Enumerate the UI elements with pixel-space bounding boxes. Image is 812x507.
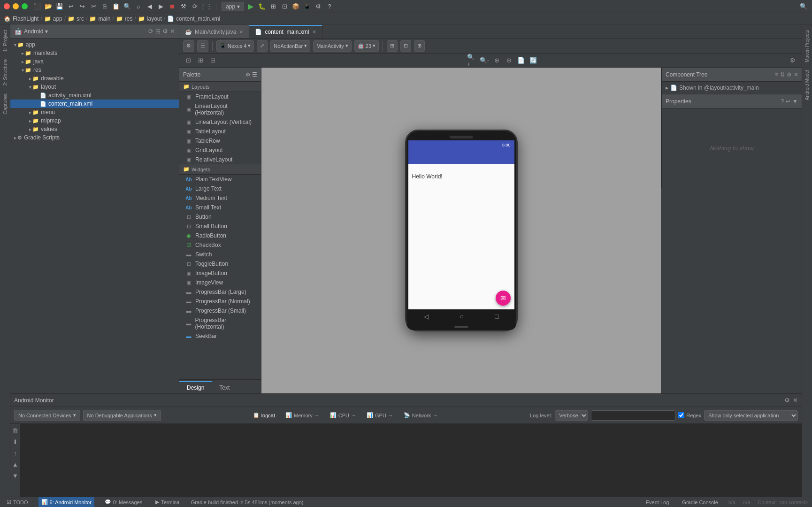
paste-icon[interactable]: 📋 <box>111 2 121 11</box>
nav-home-icon[interactable]: ○ <box>460 313 464 320</box>
find2-icon[interactable]: ⌕ <box>134 2 143 11</box>
regex-checkbox[interactable] <box>678 412 684 418</box>
filter-icon[interactable]: ▼ <box>792 98 798 105</box>
tree-item-app[interactable]: ▾ 📁 app <box>10 40 179 49</box>
palette-item-seekbar[interactable]: ▬ SeekBar <box>179 331 261 341</box>
palette-item-imageview[interactable]: ▣ ImageView <box>179 278 261 287</box>
move-down-icon[interactable]: ▼ <box>11 471 20 480</box>
nav-back-icon[interactable]: ◁ <box>424 313 429 320</box>
sidebar-item-project[interactable]: 1: Project <box>1 26 9 55</box>
palette-item-relativelayout[interactable]: ▣ RelativeLayout <box>179 155 261 164</box>
zoom-fit-button[interactable]: ⊡ <box>183 55 193 66</box>
palette-item-button[interactable]: ⊡ Button <box>179 212 261 222</box>
find-icon[interactable]: 🔍 <box>123 2 132 11</box>
palette-list-button[interactable]: ☰ <box>197 40 208 52</box>
palette-item-checkbox[interactable]: ☑ CheckBox <box>179 240 261 250</box>
tab-close-button[interactable]: ✕ <box>239 29 243 35</box>
monitor-tab-logcat[interactable]: 📋 logcat <box>249 410 279 421</box>
redo-icon[interactable]: ↪ <box>77 2 87 11</box>
tree-item-values[interactable]: ▸ 📁 values <box>10 125 179 133</box>
sdk-manager-icon[interactable]: 📦 <box>291 2 300 11</box>
monitor-tab-memory[interactable]: 📊 Memory → <box>282 410 323 421</box>
tab-close-button[interactable]: ✕ <box>312 29 316 35</box>
tree-item-activity-main[interactable]: ▸ 📄 activity_main.xml <box>10 91 179 100</box>
tree-item-res[interactable]: ▾ 📁 res <box>10 66 179 74</box>
run-button[interactable]: ▶ <box>246 2 255 11</box>
palette-section-layouts[interactable]: 📁 Layouts <box>179 82 261 92</box>
sync-icon[interactable]: ⟳ <box>148 28 153 35</box>
nav-recent-icon[interactable]: □ <box>495 313 498 320</box>
status-tab-messages[interactable]: 💬 0: Messages <box>102 497 145 507</box>
palette-item-medium-text[interactable]: Ab Medium Text <box>179 193 261 203</box>
maximize-button[interactable] <box>22 3 28 9</box>
tree-item-content-main[interactable]: ▸ 📄 content_main.xml <box>10 100 179 108</box>
avd-manager-icon[interactable]: 📱 <box>302 2 312 11</box>
reset-icon[interactable]: ↩ <box>786 98 790 105</box>
undo-icon[interactable]: ↩ <box>66 2 76 11</box>
sidebar-item-captures[interactable]: Captures <box>1 90 9 118</box>
tree-item-layout[interactable]: ▾ 📁 layout <box>10 83 179 91</box>
palette-item-small-button[interactable]: ⊡ Small Button <box>179 222 261 231</box>
palette-item-switch[interactable]: ▬ Switch <box>179 250 261 259</box>
back-icon[interactable]: ◀ <box>145 2 154 11</box>
device-selector-button[interactable]: No Connected Devices ▾ <box>14 410 80 421</box>
tab-mainactivity[interactable]: ☕ MainActivity.java ✕ <box>179 25 249 38</box>
settings-icon[interactable]: ⚙ <box>784 397 790 404</box>
close-button[interactable] <box>4 3 10 9</box>
coverage-button[interactable]: ⊞ <box>268 2 278 11</box>
monitor-tab-cpu[interactable]: 📊 CPU → <box>326 410 360 421</box>
tree-item-gradle[interactable]: ▸ ⚙ Gradle Scripts <box>10 133 179 142</box>
palette-settings-icon[interactable]: ⚙ <box>245 71 251 78</box>
screen-size-button[interactable]: 📱 Nexus 4 ▾ <box>216 40 254 52</box>
forward-icon[interactable]: ▶ <box>156 2 166 11</box>
tree-item-java[interactable]: ▸ 📁 java <box>10 57 179 66</box>
palette-item-imagebutton[interactable]: ▣ ImageButton <box>179 269 261 278</box>
palette-item-linearlayout-v[interactable]: ▣ LinearLayout (Vertical) <box>179 117 261 127</box>
monitor-tab-gpu[interactable]: 📊 GPU → <box>363 410 397 421</box>
zoom-in-button[interactable]: 🔍+ <box>467 55 477 66</box>
open-icon[interactable]: 📂 <box>44 2 53 11</box>
monitor-tab-network[interactable]: 📡 Network → <box>400 410 442 421</box>
help-icon[interactable]: ? <box>325 2 334 11</box>
help-icon[interactable]: ? <box>781 98 784 105</box>
palette-settings-button[interactable]: ⚙ <box>183 40 194 52</box>
delete-icon[interactable]: 🗑 <box>11 426 20 435</box>
sync-icon[interactable]: ⟳ <box>190 2 199 11</box>
breadcrumb-layout[interactable]: 📁 layout <box>138 15 162 22</box>
status-tab-event-log[interactable]: Event Log <box>643 497 672 507</box>
run-config-dropdown[interactable]: app ▾ <box>222 2 244 11</box>
palette-item-small-text[interactable]: Ab Small Text <box>179 203 261 212</box>
rotate-button[interactable]: 🔄 <box>528 55 538 66</box>
copy-icon[interactable]: ⎘ <box>100 2 109 11</box>
tab-design[interactable]: Design <box>179 381 212 393</box>
close-icon[interactable]: ✕ <box>794 71 798 78</box>
debug-button[interactable]: 🐛 <box>257 2 267 11</box>
minimize-button[interactable] <box>13 3 19 9</box>
regex-label[interactable]: Regex <box>678 412 701 418</box>
align-icon[interactable]: ≡ <box>775 71 778 78</box>
orientation-button[interactable]: ⤢ <box>257 40 268 52</box>
profile-button[interactable]: ⊡ <box>280 2 289 11</box>
palette-item-linearlayout-h[interactable]: ▣ LinearLayout (Horizontal) <box>179 101 261 117</box>
palette-item-framelayout[interactable]: ▣ FrameLayout <box>179 92 261 101</box>
palette-section-widgets[interactable]: 📁 Widgets <box>179 164 261 175</box>
design-canvas[interactable]: 6:00 Hello World! ✉ <box>261 68 661 393</box>
sidebar-item-maven[interactable]: Maven Projects <box>803 26 811 66</box>
status-tab-android-monitor[interactable]: 📊 6: Android Monitor <box>38 497 94 507</box>
palette-item-gridlayout[interactable]: ▣ GridLayout <box>179 146 261 155</box>
palette-item-progressbar-large[interactable]: ▬ ProgressBar (Large) <box>179 287 261 297</box>
move-up-icon[interactable]: ▲ <box>11 460 20 469</box>
breadcrumb-main[interactable]: 📁 main <box>89 15 110 22</box>
palette-item-progressbar-horizontal[interactable]: ▬ ProgressBar (Horizontal) <box>179 315 261 331</box>
settings-icon[interactable]: ⚙ <box>314 2 323 11</box>
tree-item-manifests[interactable]: ▸ 📁 manifests <box>10 49 179 57</box>
scroll-down-icon[interactable]: ⬇ <box>11 437 20 446</box>
log-level-select[interactable]: Verbose Debug Info Warn Error <box>555 410 588 421</box>
close-icon[interactable]: ✕ <box>793 397 798 404</box>
tree-item-menu[interactable]: ▸ 📁 menu <box>10 108 179 116</box>
breadcrumb-src[interactable]: 📁 src <box>68 15 84 22</box>
tree-item-mipmap[interactable]: ▸ 📁 mipmap <box>10 116 179 125</box>
api-button[interactable]: 🤖 23 ▾ <box>354 40 379 52</box>
app-filter-select[interactable]: Show only selected application <box>704 410 798 421</box>
build-icon[interactable]: ⚒ <box>179 2 188 11</box>
